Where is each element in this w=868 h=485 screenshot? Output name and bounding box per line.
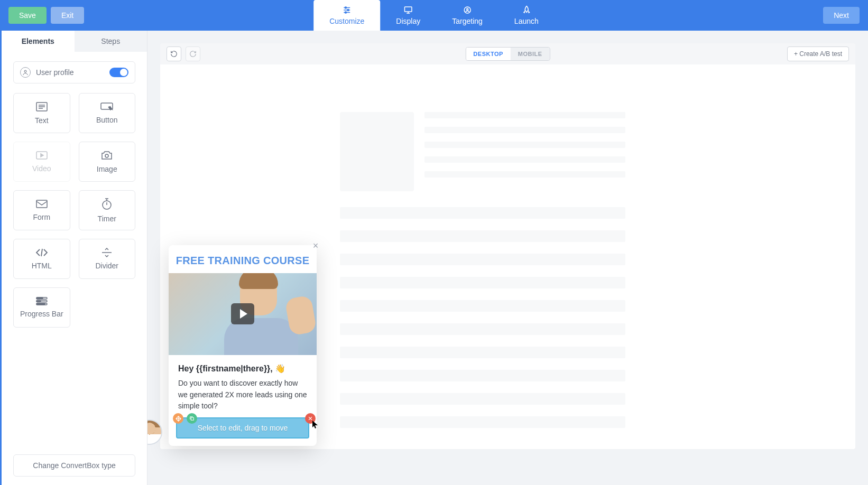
element-label: Progress Bar [20,310,63,318]
redo-button[interactable] [186,46,200,61]
create-ab-test-button[interactable]: + Create A/B test [787,46,849,61]
avatar-bubble[interactable] [147,419,162,445]
undo-icon [170,50,178,58]
canvas-wrap: DESKTOP MOBILE + Create A/B test [147,31,868,485]
view-switch: DESKTOP MOBILE [465,47,550,61]
rocket-icon [522,5,531,15]
svg-rect-29 [36,297,43,299]
wave-emoji: 👋 [275,364,285,373]
tab-label: Launch [514,17,539,25]
element-text[interactable]: Text [13,93,70,133]
placeholder-wide-line [340,300,625,312]
popup-close-button[interactable]: × [310,241,321,251]
camera-icon [100,150,113,161]
svg-rect-6 [405,7,412,12]
svg-point-5 [345,12,347,13]
svg-point-11 [24,70,26,72]
next-button[interactable]: Next [823,7,860,24]
sidebar-footer: Change ConvertBox type [2,446,147,485]
svg-line-24 [41,249,42,256]
video-icon [35,151,48,160]
placeholder-wide-line [340,277,625,288]
element-label: Form [33,213,50,221]
element-form[interactable]: Form [13,190,70,230]
popup-text: Do you want to discover exactly how we g… [178,378,307,412]
undo-button[interactable] [167,46,181,61]
tab-label: Targeting [452,17,483,25]
svg-point-18 [105,154,108,157]
user-profile-label: User profile [36,68,74,77]
element-divider[interactable]: Divider [79,239,136,279]
element-button[interactable]: Button [79,93,136,133]
svg-point-4 [347,10,349,11]
save-button[interactable]: Save [8,7,47,24]
topbar-left: Save Exit [8,7,84,24]
select-bar-wrap: Select to edit, drag to move [169,417,317,446]
monitor-icon [403,5,413,15]
cursor-arrow-icon [312,421,319,429]
placeholder-wide-line [340,207,625,219]
svg-rect-32 [191,417,193,420]
sidebar-body: User profile Text Button Video [2,52,147,446]
element-label: Image [97,165,117,173]
exit-button[interactable]: Exit [51,7,84,24]
popup-greeting: Hey {{firstname|there}}, 👋 [178,363,307,374]
element-image[interactable]: Image [79,142,136,182]
stopwatch-icon [101,198,113,210]
svg-point-3 [345,7,347,8]
popup-title[interactable]: FREE TRAINING COURSE [169,245,317,273]
sidebar-tab-steps[interactable]: Steps [75,31,147,52]
element-progress-bar[interactable]: Progress Bar [13,287,70,328]
divider-icon [101,248,113,257]
svg-rect-30 [36,301,41,302]
placeholder-wide-line [340,323,625,335]
sidebar-tabs: Elements Steps [2,31,147,52]
element-label: Text [35,116,49,125]
user-profile-toggle[interactable] [109,68,128,77]
svg-point-10 [467,8,468,10]
sidebar-tab-elements[interactable]: Elements [2,31,75,52]
canvas[interactable]: × FREE TRAINING COURSE Hey {{firstname|t… [160,64,855,449]
play-button-icon[interactable] [231,303,254,324]
person-illustration [214,273,317,355]
user-profile-label-wrap: User profile [20,67,74,78]
change-convertbox-type-button[interactable]: Change ConvertBox type [13,454,135,477]
placeholder-wide-line [340,230,625,242]
element-label: Timer [98,214,116,223]
history-controls [167,46,200,61]
tab-targeting[interactable]: Targeting [436,0,498,31]
sliders-icon [342,5,352,15]
placeholder-box [340,112,414,191]
toolbar-right: + Create A/B test [787,46,849,61]
placeholder-wide-lines [340,207,625,428]
tab-customize[interactable]: Customize [313,0,380,31]
element-label: HTML [32,262,52,270]
popup-body[interactable]: Hey {{firstname|there}}, 👋 Do you want t… [169,355,317,417]
placeholder-wide-line [340,347,625,358]
user-icon [20,67,31,78]
text-lines-icon [35,101,48,112]
placeholder-wide-line [340,370,625,381]
placeholder-wide-line [340,254,625,265]
placeholder-lines [424,112,625,191]
top-bar: Save Exit Customize Display Targeting La… [0,0,868,31]
tab-display[interactable]: Display [380,0,436,31]
placeholder-line [424,171,625,178]
placeholder-line [424,112,625,118]
placeholder-line [424,156,625,163]
popup-video[interactable] [169,273,317,355]
code-icon [35,248,48,257]
element-video[interactable]: Video [13,142,70,182]
tab-label: Customize [329,17,364,25]
popup-preview[interactable]: × FREE TRAINING COURSE Hey {{firstname|t… [169,245,317,446]
move-handle-icon[interactable] [173,413,183,424]
element-label: Divider [95,262,118,270]
element-html[interactable]: HTML [13,239,70,279]
tab-launch[interactable]: Launch [498,0,555,31]
view-mobile[interactable]: MOBILE [511,48,550,60]
placeholder-wide-line [340,393,625,405]
view-desktop[interactable]: DESKTOP [466,48,510,60]
duplicate-icon[interactable] [187,413,197,424]
button-icon [100,102,114,111]
element-timer[interactable]: Timer [79,190,136,230]
